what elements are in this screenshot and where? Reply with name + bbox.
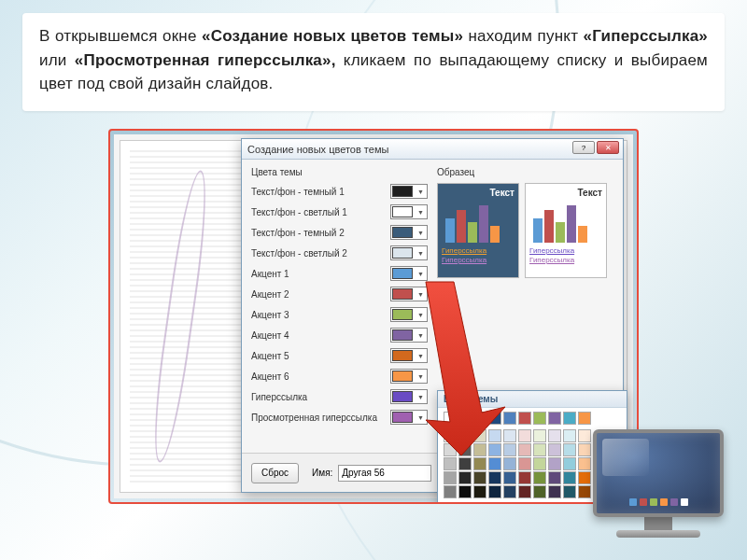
color-row-6: Акцент 3▼ <box>251 306 428 323</box>
color-row-3: Текст/фон - светлый 2▼ <box>251 245 428 261</box>
palette-cell[interactable] <box>548 485 561 498</box>
instruction-panel: В открывшемся окне «Создание новых цвето… <box>22 13 725 111</box>
color-swatch-dropdown[interactable]: ▼ <box>390 369 428 384</box>
palette-cell[interactable] <box>503 471 516 484</box>
close-button[interactable]: ✕ <box>597 141 619 154</box>
chevron-down-icon: ▼ <box>417 209 426 216</box>
palette-cell[interactable] <box>458 457 472 470</box>
palette-cell[interactable] <box>548 443 561 456</box>
palette-cell[interactable] <box>473 412 486 425</box>
chevron-down-icon: ▼ <box>417 353 426 359</box>
color-swatch-dropdown[interactable]: ▼ <box>390 410 428 425</box>
palette-cell[interactable] <box>563 485 576 498</box>
palette-cell[interactable] <box>473 471 486 484</box>
palette-cell[interactable] <box>563 443 576 456</box>
palette-cell[interactable] <box>533 457 546 470</box>
palette-cell[interactable] <box>458 412 472 425</box>
palette-cell[interactable] <box>488 412 501 425</box>
palette-cell[interactable] <box>488 471 501 484</box>
color-row-8: Акцент 5▼ <box>251 347 428 364</box>
palette-cell[interactable] <box>458 471 472 484</box>
color-swatch-dropdown[interactable]: ▼ <box>390 266 428 281</box>
palette-cell[interactable] <box>473 429 486 442</box>
color-swatch <box>392 329 413 341</box>
reset-button[interactable]: Сброс <box>251 463 299 483</box>
palette-cell[interactable] <box>458 443 472 456</box>
palette-cell[interactable] <box>488 429 501 442</box>
palette-cell[interactable] <box>563 412 576 425</box>
palette-cell[interactable] <box>503 429 516 442</box>
chevron-down-icon: ▼ <box>417 271 426 277</box>
color-swatch-dropdown[interactable]: ▼ <box>390 225 428 240</box>
palette-cell[interactable] <box>533 485 546 498</box>
color-swatch <box>392 186 413 197</box>
color-swatch-dropdown[interactable]: ▼ <box>390 328 428 343</box>
palette-cell[interactable] <box>578 412 591 425</box>
color-row-label: Акцент 4 <box>251 330 289 341</box>
palette-cell[interactable] <box>548 457 561 470</box>
color-row-label: Акцент 5 <box>251 351 289 361</box>
palette-cell[interactable] <box>533 471 546 484</box>
palette-cell[interactable] <box>488 457 501 470</box>
palette-cell[interactable] <box>473 457 486 470</box>
palette-cell[interactable] <box>458 429 472 442</box>
color-swatch-dropdown[interactable]: ▼ <box>390 307 428 322</box>
palette-cell[interactable] <box>533 429 546 442</box>
color-row-label: Акцент 6 <box>251 371 289 382</box>
color-row-label: Текст/фон - светлый 1 <box>251 207 347 217</box>
palette-cell[interactable] <box>518 412 531 425</box>
color-row-4: Акцент 1▼ <box>251 265 428 282</box>
palette-cell[interactable] <box>444 429 457 442</box>
color-row-label: Акцент 1 <box>251 269 289 279</box>
palette-cell[interactable] <box>533 443 546 456</box>
palette-cell[interactable] <box>458 485 472 498</box>
color-swatch <box>392 309 413 320</box>
color-swatch-dropdown[interactable]: ▼ <box>390 287 428 301</box>
palette-cell[interactable] <box>563 471 576 484</box>
color-swatch <box>392 247 413 259</box>
palette-cell[interactable] <box>548 471 561 484</box>
palette-cell[interactable] <box>518 443 531 456</box>
theme-colors-header: Цвета темы <box>438 391 627 408</box>
palette-cell[interactable] <box>473 485 486 498</box>
palette-cell[interactable] <box>503 485 516 498</box>
palette-cell[interactable] <box>473 443 486 456</box>
theme-colors-label: Цвета темы <box>251 167 428 177</box>
color-row-11: Просмотренная гиперссылка▼ <box>251 409 428 426</box>
color-row-5: Акцент 2▼ <box>251 286 428 302</box>
palette-cell[interactable] <box>518 457 531 470</box>
palette-cell[interactable] <box>503 443 516 456</box>
palette-cell[interactable] <box>548 412 561 425</box>
palette-cell[interactable] <box>444 485 457 498</box>
help-button[interactable]: ? <box>572 141 595 154</box>
palette-cell[interactable] <box>533 412 546 425</box>
palette-cell[interactable] <box>563 457 576 470</box>
color-swatch-dropdown[interactable]: ▼ <box>390 245 428 260</box>
palette-cell[interactable] <box>518 485 531 498</box>
palette-cell[interactable] <box>563 429 576 442</box>
color-swatch <box>392 288 413 300</box>
theme-name-input[interactable] <box>338 465 431 482</box>
color-swatch <box>392 350 413 361</box>
palette-cell[interactable] <box>518 429 531 442</box>
color-swatch <box>392 227 413 238</box>
color-swatch-dropdown[interactable]: ▼ <box>390 184 428 199</box>
color-swatch-dropdown[interactable]: ▼ <box>390 389 428 404</box>
chevron-down-icon: ▼ <box>417 312 426 318</box>
preview-light: Текст Гиперссылка Гиперссылка <box>525 183 607 278</box>
palette-cell[interactable] <box>488 485 501 498</box>
chevron-down-icon: ▼ <box>417 373 426 380</box>
palette-cell[interactable] <box>548 429 561 442</box>
palette-cell[interactable] <box>488 443 501 456</box>
color-swatch-dropdown[interactable]: ▼ <box>390 348 428 363</box>
palette-cell[interactable] <box>444 457 457 470</box>
preview-dark: Текст Гиперссылка Гиперссылка <box>437 183 519 278</box>
palette-cell[interactable] <box>503 457 516 470</box>
color-row-label: Гиперссылка <box>251 392 307 402</box>
palette-cell[interactable] <box>444 471 457 484</box>
palette-cell[interactable] <box>444 412 457 425</box>
palette-cell[interactable] <box>444 443 457 456</box>
palette-cell[interactable] <box>503 412 516 425</box>
palette-cell[interactable] <box>518 471 531 484</box>
color-swatch-dropdown[interactable]: ▼ <box>390 204 428 219</box>
